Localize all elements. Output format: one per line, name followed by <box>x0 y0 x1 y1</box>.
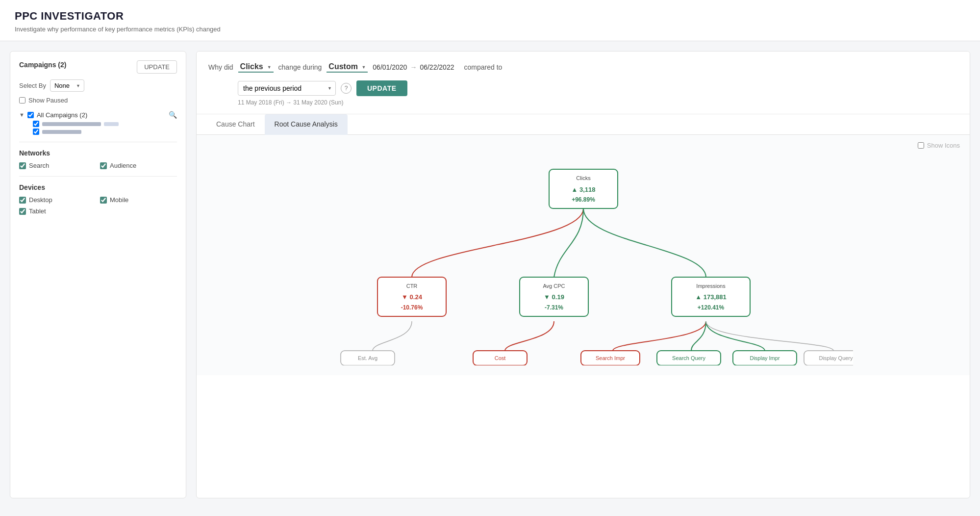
help-icon[interactable]: ? <box>341 83 352 94</box>
line-impr-displayquery <box>706 321 833 351</box>
line-root-avgcpc <box>554 208 583 277</box>
period-type-dropdown[interactable]: Custom <box>327 61 368 73</box>
page-title: PPC INVESTIGATOR <box>15 10 965 23</box>
sidebar-header: Campaigns (2) UPDATE <box>19 60 177 74</box>
divider-2 <box>19 176 177 177</box>
campaigns-title: Campaigns (2) <box>19 61 66 69</box>
tree-toggle[interactable]: ▼ <box>19 112 25 118</box>
node-searchimpr-label: Search Impr <box>596 355 625 361</box>
sub-campaign-1-bar2 <box>104 122 119 126</box>
tree-container: Clicks ▲ 3,118 +96.89% CTR ▼ 0.24 -10.76… <box>206 145 960 365</box>
device-desktop-item[interactable]: Desktop <box>19 196 96 204</box>
node-avgcpc-label: Avg CPC <box>543 283 565 289</box>
device-tablet-item[interactable]: Tablet <box>19 207 96 215</box>
main-panel: Why did Clicks change during Custom 06/0… <box>196 51 970 498</box>
page-subtitle: Investigate why performance of key perfo… <box>15 26 965 33</box>
network-section: Networks Search Audience <box>19 149 177 169</box>
node-ctr-value: ▼ 0.24 <box>402 293 423 301</box>
sidebar: Campaigns (2) UPDATE Select By None Show… <box>10 51 186 498</box>
date-range: 06/01/2020 → 06/22/2022 <box>373 63 454 71</box>
device-mobile-item[interactable]: Mobile <box>100 196 177 204</box>
sub-campaign-2-checkbox[interactable] <box>33 129 39 135</box>
network-search-item[interactable]: Search <box>19 162 96 169</box>
kpi-dropdown[interactable]: Clicks <box>238 61 274 73</box>
node-avgcpc-pct: -7.31% <box>544 304 563 311</box>
networks-grid: Search Audience <box>19 162 177 169</box>
campaign-search-icon[interactable]: 🔍 <box>169 111 177 119</box>
network-search-label: Search <box>29 162 49 169</box>
period-date-hint: 11 May 2018 (Fri) → 31 May 2020 (Sun) <box>208 99 958 106</box>
date-arrow: → <box>410 63 417 71</box>
networks-title: Networks <box>19 149 177 157</box>
select-by-wrapper[interactable]: None <box>50 79 84 92</box>
period-type-dropdown-wrapper[interactable]: Custom <box>327 61 368 73</box>
line-ctr-estavg <box>373 321 412 351</box>
comparison-period-dropdown[interactable]: the previous period <box>238 81 336 96</box>
select-by-row: Select By None <box>19 79 177 92</box>
tab-root-cause[interactable]: Root Cause Analysis <box>265 114 348 135</box>
node-ctr-label: CTR <box>406 283 417 289</box>
sub-campaign-1 <box>33 121 177 127</box>
comparison-period-wrapper[interactable]: the previous period <box>238 81 336 96</box>
why-did-label: Why did <box>208 63 233 71</box>
node-clicks-value: ▲ 3,118 <box>571 186 595 193</box>
show-paused-checkbox[interactable] <box>19 97 25 103</box>
tab-cause-chart[interactable]: Cause Chart <box>206 114 265 135</box>
sub-campaign-1-checkbox[interactable] <box>33 121 39 127</box>
device-mobile-checkbox[interactable] <box>100 197 107 204</box>
show-icons-checkbox[interactable] <box>918 142 924 149</box>
network-audience-checkbox[interactable] <box>100 162 107 169</box>
tree-svg: Clicks ▲ 3,118 +96.89% CTR ▼ 0.24 -10.76… <box>314 145 853 365</box>
query-update-button[interactable]: UPDATE <box>356 80 407 96</box>
chart-area: Show Icons <box>197 135 970 375</box>
all-campaigns-checkbox[interactable] <box>27 112 34 118</box>
node-clicks-label: Clicks <box>576 175 591 181</box>
node-ctr-pct: -10.76% <box>401 304 423 311</box>
sub-campaign-1-bar <box>42 122 101 126</box>
query-bar: Why did Clicks change during Custom 06/0… <box>197 52 970 114</box>
all-campaigns-label: All Campaigns (2) <box>37 111 87 119</box>
show-icons-check[interactable]: Show Icons <box>918 142 960 149</box>
sub-campaign-2 <box>33 129 177 135</box>
divider-1 <box>19 142 177 142</box>
change-during-label: change during <box>278 63 322 71</box>
node-avgcpc-value: ▼ 0.19 <box>544 293 564 301</box>
network-audience-label: Audience <box>110 162 136 169</box>
show-icons-label: Show Icons <box>927 142 960 149</box>
node-displayimpr-label: Display Impr <box>750 355 779 361</box>
date-start: 06/01/2020 <box>373 63 407 71</box>
node-searchquery-label: Search Query <box>672 355 705 361</box>
query-row-1: Why did Clicks change during Custom 06/0… <box>208 61 958 73</box>
line-root-impressions <box>583 208 706 277</box>
line-avgcpc-cost <box>505 321 554 351</box>
node-impressions-label: Impressions <box>696 283 726 289</box>
device-tablet-checkbox[interactable] <box>19 208 26 215</box>
node-cost-label: Cost <box>494 355 505 361</box>
device-section: Devices Desktop Mobile Tablet <box>19 183 177 215</box>
page-header: PPC INVESTIGATOR Investigate why perform… <box>0 0 980 41</box>
show-paused-label: Show Paused <box>28 97 68 104</box>
devices-title: Devices <box>19 183 177 191</box>
compared-to-label: compared to <box>464 63 502 71</box>
device-mobile-label: Mobile <box>110 196 128 204</box>
node-impressions-value: ▲ 173,881 <box>695 293 726 301</box>
device-desktop-checkbox[interactable] <box>19 197 26 204</box>
sub-campaign-2-bar <box>42 130 81 134</box>
kpi-dropdown-wrapper[interactable]: Clicks <box>238 61 274 73</box>
devices-grid: Desktop Mobile Tablet <box>19 196 177 215</box>
show-paused-checkbox-label[interactable]: Show Paused <box>19 97 177 104</box>
all-campaigns-row: ▼ All Campaigns (2) 🔍 <box>19 111 177 119</box>
node-clicks-pct: +96.89% <box>572 196 595 203</box>
date-end: 06/22/2022 <box>420 63 454 71</box>
line-impr-displayimpr <box>706 321 765 351</box>
select-by-dropdown[interactable]: None <box>50 79 84 92</box>
network-search-checkbox[interactable] <box>19 162 26 169</box>
node-impressions-pct: +120.41% <box>697 304 724 311</box>
sidebar-update-button[interactable]: UPDATE <box>137 60 177 74</box>
tabs-bar: Cause Chart Root Cause Analysis <box>197 114 970 135</box>
node-displayquery-label: Display Query <box>819 355 853 361</box>
network-audience-item[interactable]: Audience <box>100 162 177 169</box>
device-desktop-label: Desktop <box>29 196 52 204</box>
select-by-label: Select By <box>19 82 46 89</box>
line-root-ctr <box>412 208 583 277</box>
